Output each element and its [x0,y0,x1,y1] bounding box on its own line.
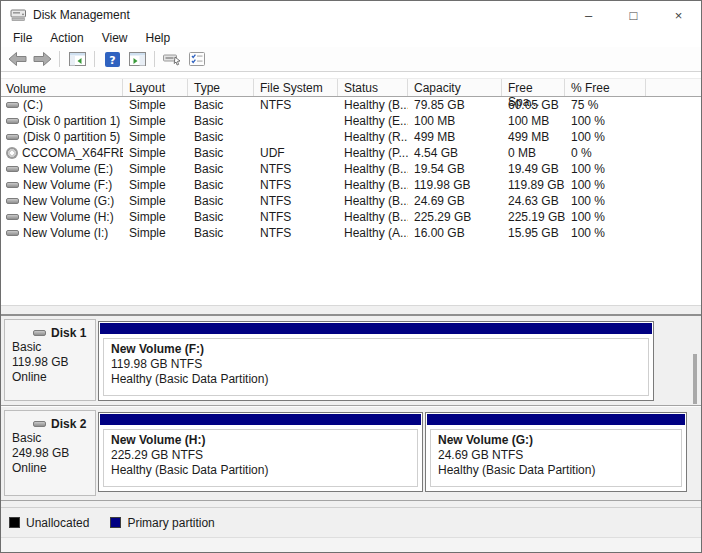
cell-volume: (Disk 0 partition 1) [1,113,123,129]
partition-title: New Volume (H:) [111,433,410,448]
cell-status: Healthy (P... [338,145,408,161]
cell-pct: 100 % [565,177,646,193]
volume-row[interactable]: New Volume (G:)SimpleBasicNTFSHealthy (B… [1,193,701,209]
window-controls: – □ × [566,1,701,29]
cd-drive-icon [6,147,18,159]
back-icon[interactable] [6,49,28,69]
cell-layout: Simple [123,113,188,129]
legend-label: Unallocated [26,516,89,530]
column-header-status[interactable]: Status [338,79,408,96]
cell-volume: New Volume (G:) [1,193,123,209]
volume-name: New Volume (I:) [23,225,108,241]
toolbar-separator [154,51,155,67]
legend-item-primary-partition: Primary partition [110,516,214,530]
primary-partition-swatch [110,517,121,528]
column-header-file-system[interactable]: File System [254,79,338,96]
partition-block-h[interactable]: New Volume (H:) 225.29 GB NTFS Healthy (… [98,412,423,492]
column-header-capacity[interactable]: Capacity [408,79,502,96]
volume-row[interactable]: New Volume (I:)SimpleBasicNTFSHealthy (A… [1,225,701,241]
scrollbar-thumb[interactable] [693,354,697,404]
volume-list-pane: Volume Layout Type File System Status Ca… [1,72,701,305]
cell-free: 119.89 GB [502,177,565,193]
volume-name: (Disk 0 partition 1) [23,113,120,129]
partition-size: 119.98 GB NTFS [111,357,641,372]
cell-type: Basic [188,209,254,225]
volume-row[interactable]: (C:)SimpleBasicNTFSHealthy (B...79.85 GB… [1,97,701,113]
column-header-filler [646,79,701,96]
cell-status: Healthy (R... [338,129,408,145]
volume-rows: (C:)SimpleBasicNTFSHealthy (B...79.85 GB… [1,97,701,241]
toolbar-separator [94,51,95,67]
menu-file[interactable]: File [4,30,41,46]
disk-2-info-panel[interactable]: Disk 2 Basic 249.98 GB Online [4,410,96,496]
column-header-volume[interactable]: Volume [1,79,123,96]
cell-pct: 100 % [565,161,646,177]
cell-free: 499 MB [502,129,565,145]
checklist-icon[interactable] [186,49,208,69]
cell-free: 60.05 GB [502,97,565,113]
cell-capacity: 79.85 GB [408,97,502,113]
pane-splitter[interactable] [1,305,701,316]
cell-capacity: 499 MB [408,129,502,145]
pointer-menu-icon[interactable] [161,49,183,69]
cell-fs [254,113,338,129]
cell-free: 24.63 GB [502,193,565,209]
disk-2-row: Disk 2 Basic 249.98 GB Online New Volume… [1,406,701,501]
cell-fs: NTFS [254,209,338,225]
volume-name: CCCOMA_X64FRE... [22,145,123,161]
partition-color-bar [100,414,421,425]
cell-type: Basic [188,129,254,145]
column-header-layout[interactable]: Layout [123,79,188,96]
cell-layout: Simple [123,145,188,161]
cell-layout: Simple [123,209,188,225]
vertical-scrollbar[interactable] [691,316,699,507]
volume-row[interactable]: New Volume (F:)SimpleBasicNTFSHealthy (B… [1,177,701,193]
volume-icon [6,182,19,188]
cell-volume: (C:) [1,97,123,113]
cell-pct: 100 % [565,193,646,209]
help-icon[interactable]: ? [101,49,123,69]
legend-item-unallocated: Unallocated [9,516,89,530]
volume-row[interactable]: New Volume (H:)SimpleBasicNTFSHealthy (B… [1,209,701,225]
cell-pct: 100 % [565,113,646,129]
cell-fs: NTFS [254,177,338,193]
cell-capacity: 19.54 GB [408,161,502,177]
volume-row[interactable]: New Volume (E:)SimpleBasicNTFSHealthy (B… [1,161,701,177]
menu-action[interactable]: Action [41,30,92,46]
volume-icon [6,198,19,204]
partition-health: Healthy (Basic Data Partition) [111,463,410,478]
cell-fs: NTFS [254,97,338,113]
volume-icon [6,230,19,236]
minimize-button[interactable]: – [566,1,611,29]
cell-status: Healthy (B... [338,209,408,225]
column-header-type[interactable]: Type [188,79,254,96]
volume-name: (C:) [23,97,43,113]
volume-row[interactable]: CCCOMA_X64FRE...SimpleBasicUDFHealthy (P… [1,145,701,161]
disk-1-info-panel[interactable]: Disk 1 Basic 119.98 GB Online [4,319,96,401]
cell-free: 225.19 GB [502,209,565,225]
disk-management-app-icon [10,8,27,23]
window-title: Disk Management [33,8,130,22]
cell-volume: New Volume (I:) [1,225,123,241]
volume-name: New Volume (F:) [23,177,112,193]
menu-help[interactable]: Help [137,30,180,46]
volume-row[interactable]: (Disk 0 partition 1)SimpleBasicHealthy (… [1,113,701,129]
close-button[interactable]: × [656,1,701,29]
volume-icon [6,166,19,172]
volume-name: New Volume (H:) [23,209,114,225]
volume-row[interactable]: (Disk 0 partition 5)SimpleBasicHealthy (… [1,129,701,145]
column-header-free-space[interactable]: Free Spa... [502,79,565,96]
partition-block-f[interactable]: New Volume (F:) 119.98 GB NTFS Healthy (… [98,321,654,401]
partition-block-g[interactable]: New Volume (G:) 24.69 GB NTFS Healthy (B… [425,412,687,492]
show-console-tree-icon[interactable] [66,49,88,69]
show-action-pane-icon[interactable] [126,49,148,69]
cell-volume: New Volume (F:) [1,177,123,193]
maximize-button[interactable]: □ [611,1,656,29]
forward-icon[interactable] [31,49,53,69]
cell-layout: Simple [123,225,188,241]
menu-view[interactable]: View [93,30,137,46]
column-header-pct-free[interactable]: % Free [565,79,646,96]
cell-pct: 100 % [565,225,646,241]
partition-title: New Volume (G:) [438,433,674,448]
cell-fs: NTFS [254,193,338,209]
